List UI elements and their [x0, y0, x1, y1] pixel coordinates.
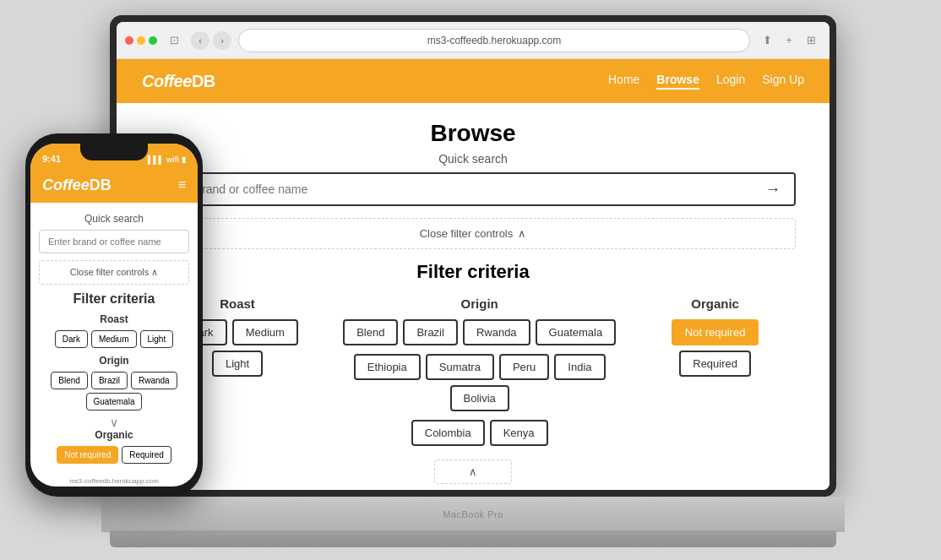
browser-nav: ‹ › [191, 31, 231, 50]
origin-filter-group: Origin Blend Brazil Rwanda Guatemala Eth… [324, 296, 634, 446]
nav-browse[interactable]: Browse [656, 73, 699, 90]
iphone-filter-title: Filter criteria [39, 291, 189, 307]
filter-criteria-title: Filter criteria [150, 261, 796, 283]
url-text: ms3-coffeedb.herokuapp.com [427, 35, 562, 46]
iphone-notch [80, 144, 148, 160]
origin-india[interactable]: India [554, 354, 605, 380]
origin-buttons-row2: Ethiopia Sumatra Peru India Bolivia [324, 354, 634, 411]
iphone-organic-label: Organic [39, 429, 189, 441]
macbook-screen-outer: ⊡ ‹ › ms3-coffeedb.herokuapp.com ⬆ + ⊞ [110, 15, 836, 497]
origin-rwanda[interactable]: Rwanda [463, 319, 530, 345]
macbook-base [101, 497, 845, 532]
nav-home[interactable]: Home [608, 73, 639, 90]
forward-button[interactable]: › [213, 31, 231, 50]
iphone-header: CoffeeDB ≡ [30, 167, 198, 203]
iphone-origin-blend[interactable]: Blend [51, 372, 88, 389]
back-button[interactable]: ‹ [191, 31, 209, 50]
iphone-status-icons: ▌▌▌ wifi ▮ [148, 155, 186, 164]
iphone-device: 9:41 ▌▌▌ wifi ▮ CoffeeDB ≡ Quick search [25, 133, 203, 497]
origin-guatemala[interactable]: Guatemala [536, 319, 617, 345]
origin-label: Origin [461, 296, 498, 311]
iphone-close-filter-icon: ∧ [151, 267, 158, 277]
roast-light[interactable]: Light [212, 351, 263, 377]
hamburger-menu-icon[interactable]: ≡ [178, 177, 186, 193]
dot-yellow[interactable] [137, 36, 145, 45]
organic-required[interactable]: Required [679, 351, 751, 377]
organic-not-required[interactable]: Not required [672, 319, 759, 345]
browser-chrome: ⊡ ‹ › ms3-coffeedb.herokuapp.com ⬆ + ⊞ [117, 22, 829, 59]
iphone-roast-buttons: Dark Medium Light [39, 330, 189, 348]
origin-brazil[interactable]: Brazil [403, 319, 458, 345]
origin-bolivia[interactable]: Bolivia [450, 385, 509, 411]
collapse-button[interactable]: ∧ [434, 459, 512, 484]
iphone-roast-medium[interactable]: Medium [91, 330, 137, 348]
iphone-origin-brazil[interactable]: Brazil [91, 372, 128, 389]
iphone-close-filter-label: Close filter controls [70, 267, 150, 277]
origin-kenya[interactable]: Kenya [490, 420, 548, 446]
nav-signup[interactable]: Sign Up [762, 73, 804, 90]
iphone-chevron[interactable]: ∨ [39, 416, 189, 429]
iphone-roast-label: Roast [39, 313, 189, 325]
iphone-quick-search-label: Quick search [39, 213, 189, 225]
iphone-origin-rwanda[interactable]: Rwanda [131, 372, 177, 389]
iphone-content: Quick search Close filter controls ∧ Fil… [30, 203, 198, 487]
iphone-url: ms3-coffeedb.herokuapp.com [69, 477, 159, 485]
signal-icon: ▌▌▌ [148, 155, 164, 164]
wifi-icon: wifi [166, 155, 179, 164]
logo-db: DB [192, 72, 215, 90]
grid-icon[interactable]: ⊞ [801, 30, 821, 51]
search-bar: → [150, 172, 796, 206]
address-bar[interactable]: ms3-coffeedb.herokuapp.com [238, 29, 750, 52]
origin-buttons-row1: Blend Brazil Rwanda Guatemala [343, 319, 616, 345]
share-icon[interactable]: ⬆ [757, 30, 777, 51]
filter-row: Roast Dark Medium Light Origin [150, 296, 796, 446]
organic-buttons: Not required Required [634, 319, 796, 377]
macbook-device: ⊡ ‹ › ms3-coffeedb.herokuapp.com ⬆ + ⊞ [110, 15, 836, 547]
search-button[interactable]: → [752, 174, 794, 204]
iphone-organic-buttons: Not required Required [39, 446, 189, 464]
iphone-roast-light[interactable]: Light [140, 330, 174, 348]
collapse-row: ∧ [150, 459, 796, 484]
browser-actions: ⬆ + ⊞ [757, 30, 821, 51]
nav-login[interactable]: Login [716, 73, 745, 90]
search-input[interactable] [152, 174, 752, 204]
iphone-search-input[interactable] [39, 230, 189, 253]
origin-colombia[interactable]: Colombia [411, 420, 485, 446]
iphone-screen: 9:41 ▌▌▌ wifi ▮ CoffeeDB ≡ Quick search [30, 144, 198, 487]
organic-label: Organic [691, 296, 739, 311]
quick-search-label: Quick search [150, 152, 796, 166]
logo-coffee: Coffee [142, 72, 192, 90]
origin-buttons-row3: Colombia Kenya [411, 420, 548, 446]
site-logo[interactable]: CoffeeDB [142, 72, 215, 91]
iphone-origin-guatemala[interactable]: Guatemala [86, 393, 143, 410]
scene: ⊡ ‹ › ms3-coffeedb.herokuapp.com ⬆ + ⊞ [0, 0, 941, 560]
iphone-time: 9:41 [42, 154, 61, 164]
origin-peru[interactable]: Peru [499, 354, 549, 380]
roast-label: Roast [220, 296, 255, 311]
website-content: CoffeeDB Home Browse Login Sign Up Brows… [117, 59, 829, 490]
iphone-logo[interactable]: CoffeeDB [42, 177, 112, 194]
page-title: Browse [150, 120, 796, 147]
site-nav: Home Browse Login Sign Up [608, 73, 804, 90]
iphone-close-filter-button[interactable]: Close filter controls ∧ [39, 260, 189, 285]
close-filter-label: Close filter controls [420, 227, 514, 240]
dot-green[interactable] [149, 36, 157, 45]
macbook-foot [110, 530, 836, 547]
iphone-origin-buttons: Blend Brazil Rwanda Guatemala [39, 372, 189, 410]
roast-medium[interactable]: Medium [232, 319, 298, 345]
macbook-screen-inner: ⊡ ‹ › ms3-coffeedb.herokuapp.com ⬆ + ⊞ [117, 22, 829, 490]
plus-icon[interactable]: + [779, 30, 799, 51]
origin-blend[interactable]: Blend [343, 319, 398, 345]
origin-ethiopia[interactable]: Ethiopia [354, 354, 421, 380]
iphone-organic-not-required[interactable]: Not required [57, 446, 118, 464]
site-header: CoffeeDB Home Browse Login Sign Up [117, 59, 829, 103]
origin-sumatra[interactable]: Sumatra [426, 354, 494, 380]
iphone-origin-label: Origin [39, 355, 189, 367]
iphone-roast-dark[interactable]: Dark [55, 330, 88, 348]
dot-red[interactable] [125, 36, 133, 45]
close-filter-button[interactable]: Close filter controls ∧ [150, 218, 796, 249]
site-body: Browse Quick search → Close filter contr… [117, 103, 829, 490]
window-icon[interactable]: ⊡ [164, 30, 184, 51]
iphone-organic-required[interactable]: Required [122, 446, 171, 464]
battery-icon: ▮ [182, 155, 186, 164]
